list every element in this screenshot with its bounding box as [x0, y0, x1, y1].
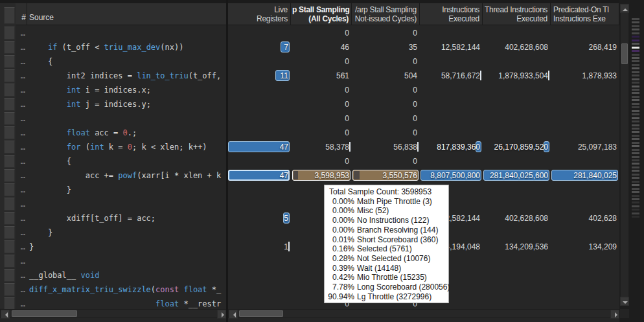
metrics-row[interactable]: 00 [228, 126, 619, 140]
metric-cell-s1[interactable]: 58,378 [292, 140, 352, 154]
metric-cell-pie[interactable] [551, 225, 619, 240]
column-header-lr[interactable]: LiveRegisters [228, 3, 291, 25]
scroll-down-button[interactable] [620, 297, 629, 306]
metric-cell-ie[interactable]: 8,807,500,800 [420, 168, 483, 183]
gutter-cell[interactable] [4, 183, 15, 196]
source-row[interactable]: … { [0, 54, 226, 69]
metric-cell-s2[interactable]: 0 [352, 26, 420, 40]
source-row[interactable]: …__global__ void [0, 268, 226, 282]
column-header-s2[interactable]: /arp Stall SamplingNot-issued Cycles) [352, 3, 420, 25]
metric-cell-lr[interactable]: 7 [228, 40, 291, 54]
metric-cell-ie[interactable]: 58,716,672 [420, 69, 483, 83]
metric-cell-tie[interactable]: 281,840,025,600 [483, 168, 551, 183]
source-row[interactable]: … int j = indices.y; [0, 97, 226, 111]
scroll-left-button[interactable] [229, 310, 238, 319]
metric-cell-s1[interactable]: 0 [292, 154, 352, 168]
metric-cell-ie[interactable]: 817,839,360 [420, 140, 483, 154]
source-row[interactable]: … if (t_off < triu_max_dev(nx)) [0, 40, 226, 54]
gutter-cell[interactable] [4, 212, 15, 225]
metric-cell-pie[interactable]: 25,097,183 [551, 140, 619, 154]
gutter-cell[interactable] [4, 155, 15, 168]
gutter-cell[interactable] [4, 169, 15, 182]
gutter-cell[interactable] [4, 55, 15, 68]
metric-cell-pie[interactable] [551, 183, 619, 197]
source-row[interactable]: … } [0, 183, 226, 197]
source-row[interactable]: … } [0, 225, 226, 240]
metrics-row[interactable]: 4758,37856,838817,839,36026,170,859,5202… [228, 140, 619, 154]
metric-cell-s1[interactable]: 0 [292, 26, 352, 40]
metric-cell-lr[interactable] [228, 97, 291, 111]
source-row[interactable]: … for (int k = 0; k < xlen; k++) [0, 140, 226, 154]
metric-cell-lr[interactable]: 5 [228, 211, 291, 225]
metric-cell-s1[interactable]: 0 [292, 126, 352, 140]
metric-cell-pie[interactable]: 134,209 [551, 240, 619, 254]
metric-cell-pie[interactable] [551, 268, 619, 282]
gutter-cell[interactable] [4, 297, 15, 310]
gutter-cell[interactable] [4, 98, 15, 111]
gutter-cell[interactable] [4, 112, 15, 125]
metric-cell-ie[interactable] [420, 111, 483, 126]
gutter-cell[interactable] [4, 84, 15, 97]
metric-cell-pie[interactable]: 402,628 [551, 211, 619, 225]
column-header-tie[interactable]: Thread InstructionsExecuted [483, 3, 551, 25]
metric-cell-s1[interactable]: 3,598,953 [292, 168, 352, 183]
metric-cell-pie[interactable] [551, 26, 619, 40]
metric-cell-tie[interactable] [483, 254, 551, 268]
metric-cell-pie[interactable]: 281,840,025 [551, 168, 619, 183]
metric-cell-pie[interactable] [551, 111, 619, 126]
column-header-ie[interactable]: InstructionsExecuted [420, 3, 483, 25]
gutter-cell[interactable] [4, 41, 15, 54]
metric-cell-ie[interactable] [420, 54, 483, 69]
metric-cell-lr[interactable] [228, 154, 291, 168]
source-row[interactable]: … [0, 26, 226, 40]
metric-cell-lr[interactable]: 47 [228, 168, 291, 183]
metric-cell-ie[interactable] [420, 154, 483, 168]
source-row[interactable]: … [0, 111, 226, 126]
source-row[interactable]: … float acc = 0.; [0, 126, 226, 140]
metric-cell-ie[interactable] [420, 126, 483, 140]
metric-cell-ie[interactable] [420, 26, 483, 40]
metric-cell-lr[interactable]: 47 [228, 140, 291, 154]
metrics-row[interactable]: 00 [228, 111, 619, 126]
metric-cell-pie[interactable]: 268,419 [551, 40, 619, 54]
metric-cell-s1[interactable]: 0 [292, 54, 352, 69]
metric-cell-pie[interactable] [551, 197, 619, 211]
source-row[interactable]: … acc += powf(xarr[i * xlen + k [0, 168, 226, 183]
metric-cell-tie[interactable]: 134,209,536 [483, 240, 551, 254]
source-row[interactable]: … [0, 254, 226, 268]
metric-cell-ie[interactable] [420, 97, 483, 111]
column-header-pie[interactable]: Predicated-On TlInstructions Exe [551, 3, 619, 25]
metric-cell-pie[interactable] [551, 154, 619, 168]
metric-cell-tie[interactable] [483, 183, 551, 197]
metric-cell-tie[interactable] [483, 111, 551, 126]
metric-cell-pie[interactable] [551, 126, 619, 140]
scroll-right-button[interactable] [610, 310, 619, 319]
source-row[interactable]: … int i = indices.x; [0, 83, 226, 97]
source-row[interactable]: … [0, 197, 226, 211]
column-header-s1[interactable]: p Stall Sampling(All Cycles) [292, 3, 352, 25]
metric-cell-ie[interactable]: 12,582,144 [420, 40, 483, 54]
metric-cell-s1[interactable]: 0 [292, 97, 352, 111]
scroll-right-button[interactable] [217, 310, 226, 319]
metrics-vscrollbar[interactable] [620, 3, 629, 306]
gutter-cell[interactable] [4, 27, 15, 40]
metric-cell-s2[interactable]: 0 [352, 154, 420, 168]
metric-cell-s2[interactable]: 0 [352, 111, 420, 126]
heatmap-strip[interactable] [630, 0, 641, 322]
gutter-cell[interactable] [4, 198, 15, 211]
metrics-row[interactable]: 1156150458,716,6721,878,933,5041,878,933 [228, 69, 619, 83]
metric-cell-tie[interactable] [483, 26, 551, 40]
metric-cell-s2[interactable]: 56,838 [352, 140, 420, 154]
source-row[interactable]: … { [0, 154, 226, 168]
metric-cell-tie[interactable] [483, 225, 551, 240]
metric-cell-tie[interactable] [483, 197, 551, 211]
scroll-left-button[interactable] [1, 310, 10, 319]
metric-cell-s1[interactable]: 561 [292, 69, 352, 83]
metric-cell-tie[interactable] [483, 54, 551, 69]
metric-cell-tie[interactable] [483, 268, 551, 282]
gutter-cell[interactable] [4, 226, 15, 239]
metric-cell-tie[interactable]: 402,628,608 [483, 211, 551, 225]
metric-cell-s2[interactable]: 0 [352, 83, 420, 97]
metric-cell-lr[interactable] [228, 83, 291, 97]
gutter-cell[interactable] [4, 141, 15, 154]
